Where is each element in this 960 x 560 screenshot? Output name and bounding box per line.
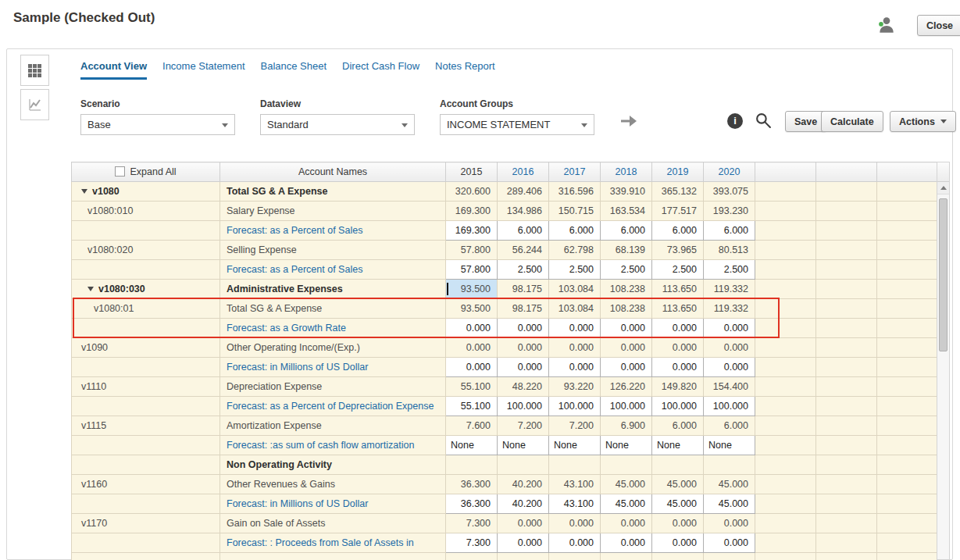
- value-cell[interactable]: 100.000: [601, 397, 652, 416]
- forecast-method-link[interactable]: Forecast: as a Percent of Depreciation E…: [220, 397, 446, 416]
- value-cell[interactable]: 6.000: [704, 416, 755, 436]
- value-cell[interactable]: 0.000: [652, 514, 704, 533]
- value-cell[interactable]: 177.517: [652, 202, 704, 221]
- value-cell[interactable]: 100.000: [652, 397, 704, 416]
- value-cell[interactable]: 0.000: [704, 358, 755, 377]
- value-cell[interactable]: 113.650: [652, 299, 704, 319]
- scroll-thumb[interactable]: [939, 198, 948, 351]
- value-cell[interactable]: 6.000: [652, 221, 704, 241]
- value-cell[interactable]: 6.000: [601, 221, 652, 241]
- value-cell[interactable]: 134.986: [498, 202, 549, 221]
- value-cell[interactable]: 0.000: [601, 533, 652, 553]
- value-cell[interactable]: 43.100: [549, 475, 601, 494]
- value-cell[interactable]: 393.075: [704, 182, 755, 202]
- value-cell[interactable]: 0.000: [704, 514, 755, 533]
- value-cell[interactable]: 320.600: [446, 182, 498, 202]
- value-cell[interactable]: 2.500: [704, 260, 755, 280]
- value-cell[interactable]: 108.238: [601, 280, 652, 299]
- value-cell[interactable]: 100.000: [498, 397, 549, 416]
- value-cell[interactable]: 6.000: [498, 221, 549, 241]
- value-cell[interactable]: 98.175: [498, 280, 549, 299]
- account-groups-select[interactable]: INCOME STATEMENT: [440, 114, 594, 135]
- forecast-method-link[interactable]: Forecast: : Proceeds from Sale of Assets…: [220, 533, 446, 553]
- value-cell[interactable]: 0.000: [704, 319, 755, 338]
- scenario-select[interactable]: Base: [80, 114, 235, 135]
- value-cell[interactable]: None: [601, 436, 652, 455]
- value-cell[interactable]: 48.220: [498, 377, 549, 397]
- close-button[interactable]: Close: [917, 15, 960, 36]
- vertical-scrollbar[interactable]: [937, 162, 950, 560]
- value-cell[interactable]: 80.513: [704, 241, 755, 260]
- value-cell[interactable]: 45.000: [704, 494, 755, 514]
- value-cell[interactable]: 154.400: [704, 377, 755, 397]
- actions-menu-button[interactable]: Actions: [890, 111, 956, 132]
- value-cell[interactable]: 103.084: [549, 299, 601, 319]
- year-column-2020[interactable]: 2020: [704, 162, 755, 182]
- value-cell[interactable]: 169.300: [446, 221, 498, 241]
- value-cell[interactable]: 0.000: [498, 338, 549, 358]
- sidebar-item-chart-view[interactable]: [20, 89, 49, 120]
- value-cell[interactable]: 0.000: [549, 533, 601, 553]
- value-cell[interactable]: 6.000: [704, 221, 755, 241]
- value-cell[interactable]: 45.000: [704, 475, 755, 494]
- tab-balance-sheet[interactable]: Balance Sheet: [261, 60, 327, 80]
- value-cell[interactable]: None: [549, 436, 601, 455]
- value-cell[interactable]: 0.000: [652, 358, 704, 377]
- value-cell[interactable]: 0.000: [652, 533, 704, 553]
- value-cell[interactable]: 6.900: [601, 416, 652, 436]
- value-cell[interactable]: 0.000: [549, 514, 601, 533]
- value-cell[interactable]: 149.820: [652, 377, 704, 397]
- value-cell[interactable]: 0.000: [446, 358, 498, 377]
- value-cell[interactable]: 0.000: [601, 358, 652, 377]
- forecast-method-link[interactable]: Forecast: :as sum of cash flow amortizat…: [220, 436, 446, 455]
- value-cell[interactable]: 68.139: [601, 241, 652, 260]
- value-cell[interactable]: 119.332: [704, 299, 755, 319]
- value-cell[interactable]: 7.300: [446, 514, 498, 533]
- value-cell[interactable]: 0.000: [549, 358, 601, 377]
- value-cell[interactable]: 0.000: [601, 338, 652, 358]
- value-cell[interactable]: 100.000: [549, 397, 601, 416]
- value-cell[interactable]: 93.500: [446, 280, 498, 299]
- value-cell[interactable]: 40.200: [498, 475, 549, 494]
- value-cell[interactable]: 7.200: [549, 416, 601, 436]
- value-cell[interactable]: 7.600: [446, 416, 498, 436]
- value-cell[interactable]: 0.000: [498, 533, 549, 553]
- value-cell[interactable]: 40.200: [498, 494, 549, 514]
- search-button[interactable]: [755, 112, 772, 131]
- value-cell[interactable]: 0.000: [601, 319, 652, 338]
- value-cell[interactable]: 57.800: [446, 260, 498, 280]
- value-cell[interactable]: 55.100: [446, 397, 498, 416]
- go-arrow-button[interactable]: [619, 113, 638, 131]
- dataview-select[interactable]: Standard: [260, 114, 415, 135]
- value-cell[interactable]: 98.175: [498, 299, 549, 319]
- year-column-2018[interactable]: 2018: [601, 162, 652, 182]
- tab-account-view[interactable]: Account View: [80, 60, 147, 80]
- value-cell[interactable]: 103.084: [549, 280, 601, 299]
- sidebar-item-grid-view[interactable]: [20, 55, 49, 86]
- value-cell[interactable]: 0.000: [446, 338, 498, 358]
- value-cell[interactable]: 55.100: [446, 377, 498, 397]
- forecast-method-link[interactable]: Forecast: as a Growth Rate: [220, 319, 446, 338]
- value-cell[interactable]: None: [498, 436, 549, 455]
- value-cell[interactable]: 0.000: [704, 338, 755, 358]
- value-cell[interactable]: 93.220: [549, 377, 601, 397]
- value-cell[interactable]: 0.000: [549, 319, 601, 338]
- value-cell[interactable]: 119.332: [704, 280, 755, 299]
- value-cell[interactable]: 0.000: [549, 338, 601, 358]
- value-cell[interactable]: None: [704, 436, 755, 455]
- year-column-2019[interactable]: 2019: [652, 162, 704, 182]
- value-cell[interactable]: None: [446, 436, 498, 455]
- value-cell[interactable]: 43.100: [549, 494, 601, 514]
- value-cell[interactable]: 193.230: [704, 202, 755, 221]
- value-cell[interactable]: 56.244: [498, 241, 549, 260]
- value-cell[interactable]: 108.238: [601, 299, 652, 319]
- forecast-method-link[interactable]: Forecast: in Millions of US Dollar: [220, 494, 446, 514]
- value-cell[interactable]: 6.000: [652, 416, 704, 436]
- value-cell[interactable]: 0.000: [498, 514, 549, 533]
- scroll-up-button[interactable]: [937, 182, 949, 194]
- value-cell[interactable]: 316.596: [549, 182, 601, 202]
- value-cell[interactable]: 289.406: [498, 182, 549, 202]
- value-cell[interactable]: 0.000: [498, 319, 549, 338]
- value-cell[interactable]: 57.800: [446, 241, 498, 260]
- value-cell[interactable]: 45.000: [601, 475, 652, 494]
